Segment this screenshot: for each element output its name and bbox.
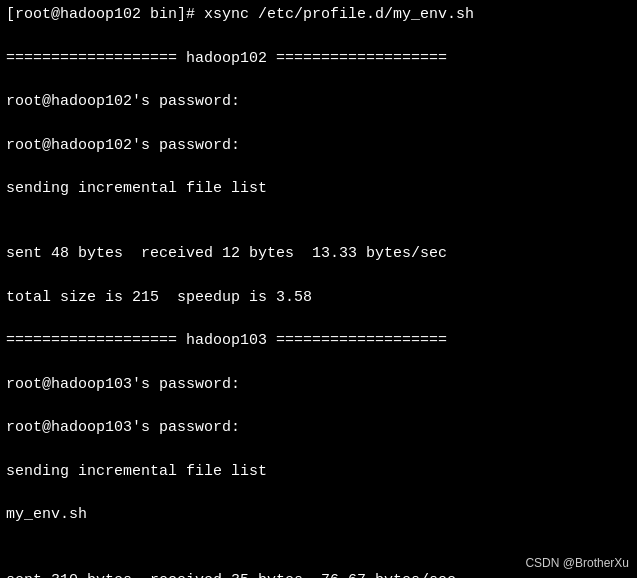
terminal-line: total size is 215 speedup is 3.58 (6, 287, 631, 309)
terminal-line: root@hadoop103's password: (6, 374, 631, 396)
terminal-line: my_env.sh (6, 504, 631, 526)
terminal-output: [root@hadoop102 bin]# xsync /etc/profile… (6, 4, 631, 578)
terminal-line: sending incremental file list (6, 461, 631, 483)
terminal-line: root@hadoop102's password: (6, 91, 631, 113)
terminal-line: =================== hadoop103 ==========… (6, 330, 631, 352)
terminal-line: root@hadoop102's password: (6, 135, 631, 157)
terminal-line: [root@hadoop102 bin]# xsync /etc/profile… (6, 4, 631, 26)
terminal-line: sent 48 bytes received 12 bytes 13.33 by… (6, 243, 631, 265)
watermark: CSDN @BrotherXu (525, 555, 629, 572)
terminal-line: sending incremental file list (6, 178, 631, 200)
terminal-window: [root@hadoop102 bin]# xsync /etc/profile… (0, 0, 637, 578)
terminal-line: root@hadoop103's password: (6, 417, 631, 439)
terminal-line: =================== hadoop102 ==========… (6, 48, 631, 70)
